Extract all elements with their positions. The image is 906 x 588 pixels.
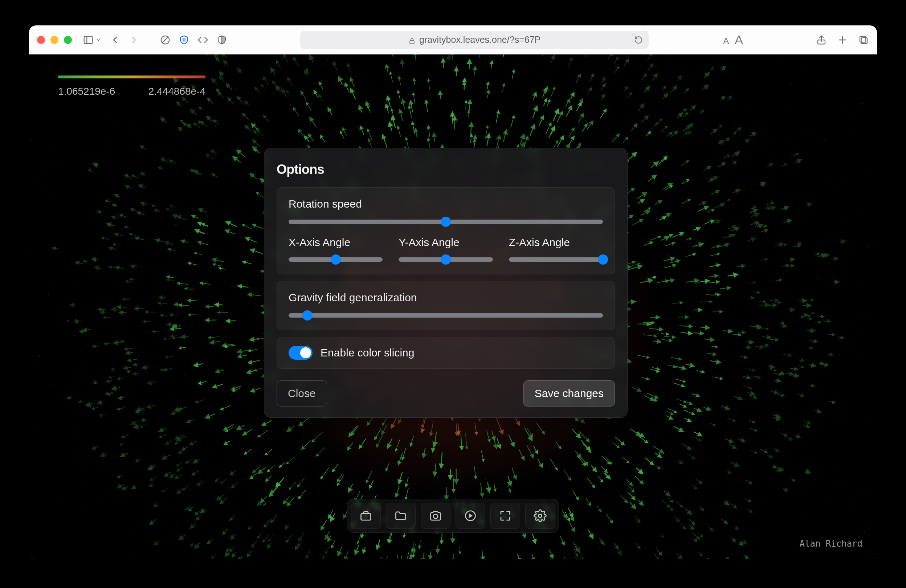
svg-point-1509 [235,88,236,89]
svg-line-676 [746,342,752,343]
svg-point-1449 [658,558,659,559]
z-axis-slider[interactable] [509,257,603,262]
svg-line-792 [174,326,181,326]
svg-point-1586 [215,469,215,469]
svg-point-1866 [565,445,565,445]
color-slicing-toggle[interactable] [289,346,313,360]
svg-point-1703 [132,555,133,556]
svg-point-1805 [708,322,709,323]
svg-point-1839 [373,429,374,430]
font-large-icon[interactable]: A [735,33,743,47]
svg-point-1496 [582,118,583,119]
camera-button[interactable] [421,503,450,529]
url-bar[interactable]: gravitybox.leaves.one/?s=67P [300,31,649,49]
svg-point-1830 [309,424,310,424]
gravity-thumb[interactable] [302,310,313,320]
y-axis-slider[interactable] [399,257,493,262]
svg-point-1762 [170,226,171,227]
svg-point-1570 [171,383,172,383]
shield-half-icon[interactable] [216,35,227,45]
svg-point-1732 [753,140,754,141]
svg-point-1718 [857,465,857,465]
fullscreen-button[interactable] [490,503,520,529]
share-icon[interactable] [816,35,827,45]
svg-line-1150 [759,305,767,305]
svg-point-1578 [786,109,787,110]
svg-point-1818 [633,547,634,548]
svg-line-885 [770,300,777,301]
reader-font-size[interactable]: A A [723,33,743,47]
svg-point-1774 [339,545,340,545]
svg-point-1641 [667,314,668,314]
back-button[interactable] [110,35,121,45]
svg-point-1551 [595,94,596,94]
z-axis-label: Z-Axis Angle [509,236,603,249]
svg-point-1756 [180,292,180,292]
reload-icon[interactable] [634,35,643,44]
forward-button[interactable] [129,35,139,45]
rotation-speed-slider[interactable] [289,220,603,224]
gravity-slider[interactable] [289,313,603,317]
tab-overview-icon[interactable] [858,35,869,45]
svg-point-1850 [53,385,54,386]
x-axis-thumb[interactable] [331,255,341,265]
no-tracking-icon[interactable] [160,35,171,45]
svg-point-1557 [858,284,858,285]
svg-point-1469 [863,215,863,215]
svg-point-1721 [512,491,512,492]
svg-point-1674 [649,408,650,408]
svg-line-495 [180,305,189,306]
svg-point-1655 [285,465,286,467]
window-maximize-button[interactable] [64,36,72,44]
svg-line-1178 [447,487,447,498]
x-axis-label: X-Axis Angle [289,236,383,249]
svg-point-1737 [59,500,59,501]
svg-point-1814 [803,65,804,66]
x-axis-slider[interactable] [289,257,383,262]
svg-point-1810 [656,547,657,548]
briefcase-button[interactable] [351,503,381,529]
y-axis-thumb[interactable] [441,255,451,265]
svg-point-1558 [128,532,129,532]
svg-line-1183 [680,326,691,327]
svg-point-1632 [321,140,321,141]
svg-point-1425 [834,189,834,190]
code-icon[interactable] [198,35,208,45]
svg-point-1490 [770,214,771,215]
svg-point-1835 [303,439,304,440]
play-button[interactable] [456,503,485,529]
svg-point-1422 [184,374,185,375]
bottom-toolbar [347,499,559,533]
svg-point-1771 [767,325,768,325]
folder-button[interactable] [386,503,416,529]
close-button[interactable]: Close [277,380,327,406]
svg-point-1706 [510,115,510,115]
rotation-speed-thumb[interactable] [441,217,451,227]
svg-point-1603 [667,240,667,241]
window-minimize-button[interactable] [51,36,59,44]
svg-point-1776 [775,392,776,393]
svg-point-1430 [262,372,262,373]
svg-line-872 [228,321,236,321]
window-close-button[interactable] [37,36,45,44]
new-tab-icon[interactable] [837,35,848,45]
settings-button[interactable] [525,503,555,529]
credit-text: Alan Richard [800,539,863,549]
svg-point-1624 [83,302,83,302]
svg-point-1397 [478,135,479,136]
z-axis-thumb[interactable] [598,255,608,265]
svg-point-1400 [667,255,668,256]
svg-point-1585 [790,155,791,156]
svg-point-1672 [695,81,695,81]
font-small-icon[interactable]: A [723,36,729,46]
svg-point-1853 [870,318,871,319]
svg-point-1666 [234,538,234,539]
svg-point-1678 [842,221,842,222]
chevron-down-icon[interactable] [95,35,102,45]
svg-point-1821 [811,250,812,251]
svg-point-1421 [826,180,827,181]
svg-point-1720 [710,289,711,290]
save-changes-button[interactable]: Save changes [523,380,615,406]
privacy-shield-icon[interactable] [179,35,190,45]
sidebar-toggle-icon[interactable] [83,35,94,45]
